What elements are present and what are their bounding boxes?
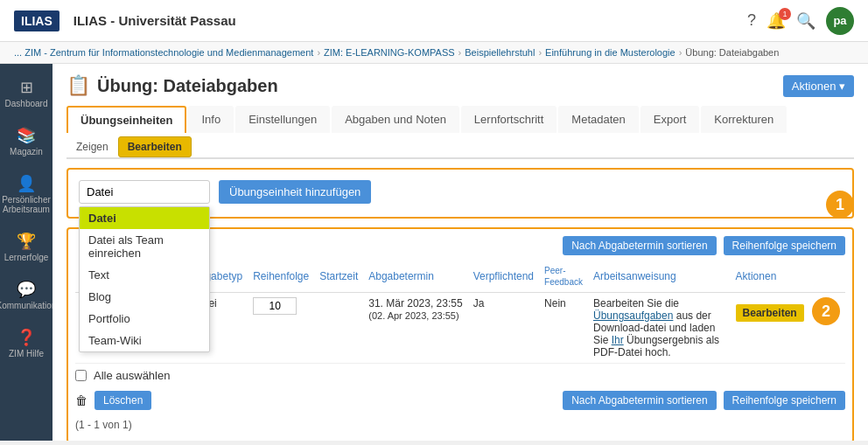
col-instructions: Arbeitsanweisung xyxy=(588,261,731,293)
col-peer-feedback: Peer-Feedback xyxy=(539,261,588,293)
table-actions-row: 🗑 Löschen Nach Abgabetermin sortieren Re… xyxy=(75,387,845,415)
page-title-row: 📋 Übung: Dateiabgaben xyxy=(66,74,278,97)
sort-by-deadline-btn-bottom[interactable]: Nach Abgabetermin sortieren xyxy=(563,391,716,410)
help-icon[interactable]: ? xyxy=(747,11,756,30)
search-icon[interactable]: 🔍 xyxy=(796,11,816,31)
dashboard-icon: ⊞ xyxy=(20,78,33,97)
sidebar-label-dashboard: Dashboard xyxy=(5,99,48,108)
sidebar-item-zim-hilfe[interactable]: ❓ ZIM Hilfe xyxy=(0,321,52,365)
sidebar-item-arbeitsraum[interactable]: 👤 Persönlicher Arbeitsraum xyxy=(0,167,52,221)
save-order-btn-top[interactable]: Reihenfolge speichern xyxy=(724,236,845,255)
dropdown-option-blog[interactable]: Blog xyxy=(80,286,209,308)
sidebar-label-arbeitsraum: Persönlicher Arbeitsraum xyxy=(2,195,51,214)
select-all-checkbox[interactable] xyxy=(75,370,87,381)
sort-by-deadline-btn-top[interactable]: Nach Abgabetermin sortieren xyxy=(563,236,716,255)
type-select-wrapper: Datei Datei als Team einreichen Text Blo… xyxy=(79,180,210,204)
breadcrumb-current: Übung: Dateiabgaben xyxy=(685,47,779,58)
col-actions: Aktionen xyxy=(731,261,845,293)
row-actions-cell: Bearbeiten 2 xyxy=(731,293,845,364)
subtab-zeigen[interactable]: Zeigen xyxy=(66,136,118,157)
page-header: 📋 Übung: Dateiabgaben Aktionen ▾ xyxy=(66,74,854,97)
col-order: Reihenfolge xyxy=(248,261,314,293)
page-title: Übung: Dateiabgaben xyxy=(97,76,278,96)
col-start: Startzeit xyxy=(314,261,363,293)
top-bar: ILIAS ILIAS - Universität Passau ? 🔔 1 🔍… xyxy=(0,0,868,42)
tab-abgaben[interactable]: Abgaben und Noten xyxy=(332,106,459,133)
sidebar-item-dashboard[interactable]: ⊞ Dashboard xyxy=(0,71,52,115)
breadcrumb-item-1[interactable]: ... ZIM - Zentrum für Informationstechno… xyxy=(14,47,313,58)
zim-hilfe-icon: ❓ xyxy=(17,328,36,347)
tabs-container: Übungseinheiten Info Einstellungen Abgab… xyxy=(66,106,854,159)
lernerfolge-icon: 🏆 xyxy=(17,232,36,251)
col-required: Verpflichtend xyxy=(468,261,539,293)
tab-info[interactable]: Info xyxy=(188,106,234,133)
bearbeiten-button[interactable]: Bearbeiten xyxy=(736,304,804,322)
sidebar-item-kommunikation[interactable]: 💬 Kommunikation xyxy=(0,273,52,317)
sidebar-label-lernerfolge: Lernerfolge xyxy=(4,253,49,262)
sidebar-label-magazin: Magazin xyxy=(10,147,43,156)
kommunikation-icon: 💬 xyxy=(17,280,36,299)
tab-einstellungen[interactable]: Einstellungen xyxy=(235,106,330,133)
dropdown-option-teamwiki[interactable]: Team-Wiki xyxy=(80,330,209,351)
type-select[interactable]: Datei Datei als Team einreichen Text Blo… xyxy=(79,180,210,204)
row-peer-cell: Nein xyxy=(539,293,588,364)
tab-korrekturen[interactable]: Korrekturen xyxy=(701,106,787,133)
sub-tabs: Zeigen Bearbeiten xyxy=(66,136,854,157)
breadcrumb-item-3[interactable]: Beispiellehrstuhl xyxy=(465,47,535,58)
select-all-label: Alle auswählen xyxy=(94,369,170,382)
pagination-info: (1 - 1 von 1) xyxy=(75,415,845,435)
dropdown-option-portfolio[interactable]: Portfolio xyxy=(80,308,209,330)
trash-icon: 🗑 xyxy=(75,393,88,407)
breadcrumb-item-4[interactable]: Einführung in die Musterologie xyxy=(545,47,676,58)
magazin-icon: 📚 xyxy=(17,126,36,145)
delete-button[interactable]: Löschen xyxy=(94,391,151,410)
dropdown-option-datei-team[interactable]: Datei als Team einreichen xyxy=(80,229,209,264)
top-bar-icons: ? 🔔 1 🔍 pa xyxy=(747,7,854,35)
dropdown-option-text[interactable]: Text xyxy=(80,264,209,286)
table-footer: Alle auswählen xyxy=(75,364,845,387)
instructions-link-2[interactable]: Ihr xyxy=(612,334,624,346)
arbeitsraum-icon: 👤 xyxy=(17,174,36,193)
tab-export[interactable]: Export xyxy=(640,106,700,133)
actions-button[interactable]: Aktionen ▾ xyxy=(783,75,854,97)
tab-lernfortschritt[interactable]: Lernfortschritt xyxy=(461,106,556,133)
content-area: 📋 Übung: Dateiabgaben Aktionen ▾ Übungse… xyxy=(52,64,868,441)
instructions-link-1[interactable]: Übungsaufgaben xyxy=(593,309,673,322)
row-deadline-cell: 31. Mär 2023, 23:55 (02. Apr 2023, 23:55… xyxy=(363,293,467,364)
app-title: ILIAS - Universität Passau xyxy=(74,13,733,28)
row-start-cell xyxy=(314,293,363,364)
subtab-bearbeiten[interactable]: Bearbeiten xyxy=(118,136,192,157)
add-unit-box: Datei Datei als Team einreichen Text Blo… xyxy=(66,168,854,219)
sidebar-item-magazin[interactable]: 📚 Magazin xyxy=(0,119,52,163)
sidebar: ⊞ Dashboard 📚 Magazin 👤 Persönlicher Arb… xyxy=(0,64,52,441)
dropdown-option-datei[interactable]: Datei xyxy=(80,207,209,229)
ilias-logo: ILIAS xyxy=(14,10,60,31)
breadcrumb-item-2[interactable]: ZIM: E-LEARNING-KOMPASS xyxy=(324,47,455,58)
breadcrumb: ... ZIM - Zentrum für Informationstechno… xyxy=(0,42,868,64)
dropdown-row: Datei Datei als Team einreichen Text Blo… xyxy=(79,180,842,206)
dropdown-menu: Datei Datei als Team einreichen Text Blo… xyxy=(79,206,210,352)
tab-metadaten[interactable]: Metadaten xyxy=(558,106,638,133)
order-input[interactable] xyxy=(253,297,297,315)
row-order-cell xyxy=(248,293,314,364)
sidebar-item-lernerfolge[interactable]: 🏆 Lernerfolge xyxy=(0,225,52,269)
add-unit-button[interactable]: Übungseinheit hinzufügen xyxy=(219,180,371,204)
tabs-row: Übungseinheiten Info Einstellungen Abgab… xyxy=(66,106,854,133)
user-avatar[interactable]: pa xyxy=(826,7,854,35)
notifications-icon[interactable]: 🔔 1 xyxy=(766,11,786,31)
col-deadline: Abgabetermin xyxy=(363,261,467,293)
save-order-btn-bottom[interactable]: Reihenfolge speichern xyxy=(724,391,845,410)
sidebar-label-kommunikation: Kommunikation xyxy=(0,301,56,310)
row-required-cell: Ja xyxy=(468,293,539,364)
step-badge-1: 1 xyxy=(826,191,854,219)
page-icon: 📋 xyxy=(66,74,90,97)
notif-badge: 1 xyxy=(779,8,791,20)
step-badge-2: 2 xyxy=(812,297,840,325)
sidebar-label-zim-hilfe: ZIM Hilfe xyxy=(9,349,44,358)
row-instructions-cell: Bearbeiten Sie die Übungsaufgaben aus de… xyxy=(588,293,731,364)
main-layout: ⊞ Dashboard 📚 Magazin 👤 Persönlicher Arb… xyxy=(0,64,868,441)
tab-ubungseinheiten[interactable]: Übungseinheiten xyxy=(66,106,186,133)
